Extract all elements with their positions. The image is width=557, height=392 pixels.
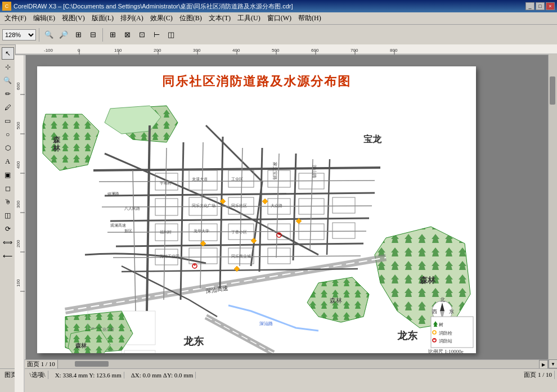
zoom-fit-page-button[interactable]: ⊟ <box>86 28 100 42</box>
select-tool[interactable]: ↖ <box>2 47 14 60</box>
menu-view[interactable]: 视图(V) <box>59 12 88 24</box>
pen-tool[interactable]: 🖊 <box>2 101 14 114</box>
svg-text:东: 东 <box>449 309 454 314</box>
zoom-fit-button[interactable]: ⊞ <box>71 28 85 42</box>
svg-text:龙东: 龙东 <box>397 330 418 341</box>
eraser-tool[interactable]: ◫ <box>2 209 14 222</box>
page-tab-1[interactable]: 面页 1 / 10 <box>25 360 58 368</box>
menu-file[interactable]: 文件(F) <box>1 12 30 24</box>
outline-tool[interactable]: ◻ <box>2 182 14 195</box>
svg-text:森林: 森林 <box>75 343 87 349</box>
menu-edit[interactable]: 编辑(E) <box>30 12 59 24</box>
menu-tools[interactable]: 工具(U) <box>234 12 264 24</box>
svg-text:200: 200 <box>154 48 161 53</box>
menu-effects[interactable]: 效果(C) <box>147 12 176 24</box>
maximize-button[interactable]: □ <box>536 2 545 10</box>
svg-text:400: 400 <box>232 48 240 53</box>
menu-bitmap[interactable]: 位图(B) <box>176 12 205 24</box>
minimize-button[interactable]: _ <box>525 2 534 10</box>
svg-text:300: 300 <box>193 48 201 53</box>
svg-text:同乐商业城: 同乐商业城 <box>231 254 251 259</box>
status-coords: X: 338.4 mm Y: 123.6 mm <box>53 372 124 379</box>
svg-text:400: 400 <box>16 161 21 169</box>
canvas-inner: 600 500 400 300 200 100 <box>16 55 548 359</box>
svg-text:同乐社区: 同乐社区 <box>231 204 247 208</box>
polygon-tool[interactable]: ⬡ <box>2 142 14 154</box>
svg-text:深汕路: 深汕路 <box>259 321 273 326</box>
title-text: CorelDRAW X3 – [C:\Documents and Setting… <box>14 2 525 11</box>
ellipse-tool[interactable]: ○ <box>2 128 14 141</box>
svg-text:龙华大学: 龙华大学 <box>194 229 209 233</box>
title-bar: C CorelDRAW X3 – [C:\Documents and Setti… <box>0 0 557 12</box>
svg-text:龙东: 龙东 <box>183 335 204 347</box>
svg-text:大众路: 大众路 <box>271 204 282 208</box>
svg-text:800: 800 <box>390 48 398 53</box>
scroll-down-button[interactable]: ▼ <box>549 359 557 368</box>
main-area: ↖ ⊹ 🔍 ✏ 🖊 ▭ ○ ⬡ A ▣ ◻ 🖰 ◫ ⟳ ⟺ ⟵ -100 0 1… <box>0 45 557 368</box>
svg-text:300: 300 <box>16 200 21 208</box>
svg-text:宇和村: 宇和村 <box>160 181 172 186</box>
scroll-right-button[interactable]: ▶ <box>539 360 548 368</box>
map-title: 同乐社区消防道路及水源分布图 <box>37 66 476 94</box>
document-canvas: 同乐社区消防道路及水源分布图 <box>37 66 476 353</box>
svg-text:龙溪大道: 龙溪大道 <box>192 177 208 182</box>
svg-text:比例尺 1:10000e: 比例尺 1:10000e <box>428 349 464 353</box>
menu-text[interactable]: 文本(T) <box>205 12 234 24</box>
page-tab-label: 面页 1 / 10 <box>27 360 55 368</box>
svg-text:200: 200 <box>16 240 21 247</box>
freehand-tool[interactable]: ✏ <box>2 88 14 100</box>
scroll-track-v[interactable] <box>549 54 557 359</box>
toolbar-separator-1 <box>39 28 39 42</box>
node-tool[interactable]: ⊹ <box>2 61 14 73</box>
zoom-select[interactable]: 128% 100% 75% 50% <box>2 29 36 40</box>
grid-button[interactable]: ⊞ <box>106 28 119 42</box>
toolbar: 128% 100% 75% 50% 🔍 🔎 ⊞ ⊟ ⊞ ⊠ ⊡ ⊢ ◫ <box>0 25 557 45</box>
status-size: ΔX: 0.0 mm ΔY: 0.0 mm <box>129 372 196 379</box>
status-bar: 图页1 \选项\ X: 338.4 mm Y: 123.6 mm ΔX: 0.0… <box>0 368 557 381</box>
canvas-scroll[interactable]: 同乐社区消防道路及水源分布图 <box>26 55 548 359</box>
connector-tool[interactable]: ⟺ <box>2 236 14 249</box>
menu-arrange[interactable]: 排列(A) <box>117 12 147 24</box>
menu-bar: 文件(F) 编辑(E) 视图(V) 版面(L) 排列(A) 效果(C) 位图(B… <box>0 12 557 25</box>
snap-button[interactable]: ⊠ <box>120 28 134 42</box>
dimension-tool[interactable]: ⟵ <box>2 250 14 262</box>
left-ruler: 600 500 400 300 200 100 <box>16 55 26 359</box>
scroll-track-h[interactable] <box>58 360 539 368</box>
svg-text:工业区: 工业区 <box>231 177 243 182</box>
status-mode: \选项\ <box>28 371 48 379</box>
svg-text:消防站: 消防站 <box>439 339 452 344</box>
svg-text:福利村: 福利村 <box>160 230 172 235</box>
svg-text:观澜高速: 观澜高速 <box>110 223 126 228</box>
toolbar-separator-2 <box>102 28 103 42</box>
svg-text:600: 600 <box>16 82 21 90</box>
text-tool[interactable]: A <box>2 155 14 168</box>
svg-text:宝龙: 宝龙 <box>363 134 382 144</box>
svg-text:北: 北 <box>440 297 445 303</box>
rect-tool[interactable]: ▭ <box>2 115 14 127</box>
window-controls[interactable]: _ □ × <box>525 2 555 10</box>
zoom-in-button[interactable]: 🔍 <box>42 28 56 42</box>
svg-text:林: 林 <box>52 144 61 152</box>
map-container: 同乐社区消防道路及水源分布图 <box>37 66 476 353</box>
zoom-out-button[interactable]: 🔎 <box>57 28 70 42</box>
fill-tool[interactable]: ▣ <box>2 169 14 181</box>
svg-text:-100: -100 <box>44 48 53 53</box>
menu-layout[interactable]: 版面(L) <box>88 12 117 24</box>
horizontal-scrollbar[interactable]: ◀ 面页 1 / 10 ▶ <box>16 359 548 368</box>
app-icon: C <box>2 2 11 11</box>
ruler-button[interactable]: ⊢ <box>150 28 163 42</box>
menu-window[interactable]: 窗口(W) <box>264 12 295 24</box>
svg-text:100: 100 <box>114 48 122 53</box>
map-svg: 森 林 森林 森林 森林 <box>37 97 476 353</box>
menu-help[interactable]: 帮助(H) <box>295 12 325 24</box>
align-button[interactable]: ⊡ <box>135 28 149 42</box>
svg-text:同乐文化广场: 同乐文化广场 <box>192 204 215 208</box>
close-button[interactable]: × <box>546 2 555 10</box>
svg-text:八人民路: 八人民路 <box>124 206 140 211</box>
eyedropper-tool[interactable]: 🖰 <box>2 196 14 208</box>
interactive-tool[interactable]: ⟳ <box>2 223 14 235</box>
zoom-tool[interactable]: 🔍 <box>2 74 14 87</box>
status-extra: 面页 1 / 10 <box>522 371 555 379</box>
extra-button[interactable]: ◫ <box>164 28 178 42</box>
vertical-scrollbar[interactable]: ▲ ▼ <box>548 45 557 368</box>
